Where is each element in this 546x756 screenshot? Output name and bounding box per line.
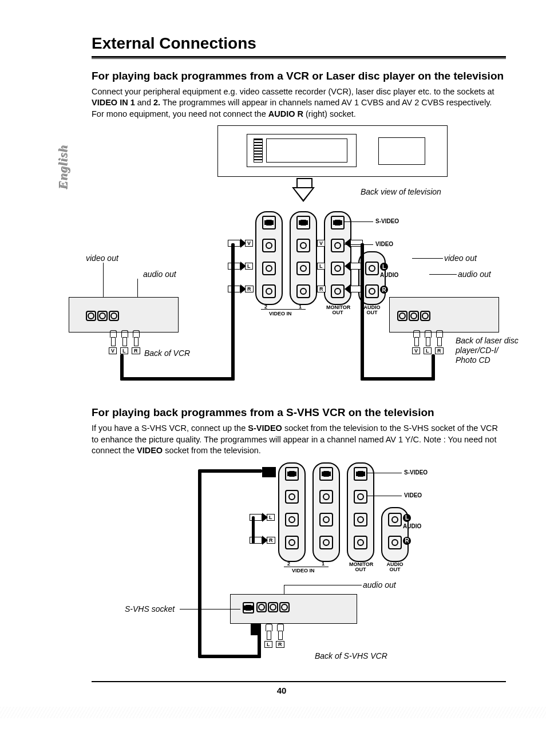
cable-l-v1 bbox=[120, 354, 124, 381]
d2-r1 bbox=[319, 536, 333, 549]
vcr-l: L bbox=[120, 347, 128, 354]
d2-lbl-monout: MONITOR OUT bbox=[349, 562, 372, 572]
plug-vmon bbox=[343, 240, 363, 248]
svhs-socket-label: S-VHS socket bbox=[125, 604, 175, 613]
back-vcr-label: Back of VCR bbox=[144, 349, 190, 358]
svhs-j2 bbox=[268, 602, 278, 612]
cable-r-v2 bbox=[361, 243, 364, 381]
video-label: VIDEO bbox=[375, 241, 393, 247]
bottom-rule bbox=[92, 681, 506, 682]
v-line bbox=[345, 244, 373, 245]
vcr-v: V bbox=[109, 347, 117, 354]
tag-l1: L bbox=[317, 263, 325, 270]
page-title: External Connections bbox=[57, 34, 506, 53]
audio-label: AUDIO bbox=[380, 272, 398, 278]
ld-v: V bbox=[412, 347, 420, 354]
vcr-plug-l bbox=[120, 330, 128, 346]
page: English External Connections For playing… bbox=[0, 0, 546, 718]
d2-v1 bbox=[319, 490, 333, 504]
tag-v1: V bbox=[317, 240, 325, 247]
d2-v2 bbox=[285, 490, 299, 504]
s1-t1: Connect your peripheral equipment e.g. v… bbox=[92, 87, 494, 96]
d2-svm bbox=[354, 467, 367, 481]
d2-l2 bbox=[285, 513, 299, 527]
d2-cable-h2 bbox=[198, 655, 261, 658]
arrow-down-icon bbox=[292, 187, 315, 202]
video-1-icon bbox=[296, 239, 310, 252]
d2-circ-r: R bbox=[403, 537, 411, 545]
lbl-videoin: VIDEO IN bbox=[269, 311, 292, 316]
svhs-r: R bbox=[276, 641, 284, 648]
vin-br bbox=[261, 309, 306, 310]
s1-b2: 2. bbox=[153, 98, 160, 107]
audioout-l-label: audio out bbox=[143, 270, 176, 279]
d2-rm bbox=[354, 536, 367, 549]
vl-line bbox=[103, 263, 104, 297]
lbl-monout: MONITOR OUT bbox=[326, 305, 349, 315]
side-tab-english: English bbox=[56, 144, 71, 189]
page-number: 40 bbox=[57, 686, 506, 695]
ld-r: R bbox=[435, 347, 444, 354]
audioL-1-icon bbox=[296, 262, 310, 275]
vcr-plug-r bbox=[132, 330, 140, 346]
d2-audioout-label: audio out bbox=[363, 580, 396, 589]
d2-ao-line bbox=[284, 585, 362, 585]
plug-lmon bbox=[343, 263, 363, 271]
svhs-j3 bbox=[279, 602, 290, 612]
d2-vline bbox=[367, 496, 402, 496]
section1-heading: For playing back programmes from a VCR o… bbox=[57, 69, 506, 83]
section2-paragraph: If you have a S-VHS VCR, connect up the … bbox=[57, 423, 506, 457]
d2-svline bbox=[367, 473, 402, 473]
section2-heading: For playing back programmes from a S-VHS… bbox=[57, 406, 506, 419]
svhs-j1 bbox=[256, 602, 267, 612]
plug-rmon bbox=[343, 286, 363, 294]
d2-lbl-1: 1 bbox=[322, 561, 325, 567]
ld-plug-v bbox=[412, 330, 420, 346]
ar-line bbox=[429, 274, 457, 275]
s2-t1: If you have a S-VHS VCR, connect up the bbox=[92, 423, 248, 433]
vcr-r: R bbox=[132, 347, 140, 354]
tv-back-label: Back view of television bbox=[361, 187, 441, 196]
d2-lbl-videoin: VIDEO IN bbox=[292, 568, 315, 573]
svideo-label: S-VIDEO bbox=[375, 218, 399, 224]
circ-l: L bbox=[380, 263, 388, 271]
tv-panel-2 bbox=[378, 137, 425, 165]
d2-vin-br bbox=[284, 567, 329, 567]
d2-cable-aud bbox=[252, 516, 255, 544]
s2-b1: S-VIDEO bbox=[248, 423, 282, 433]
d2-lo bbox=[388, 513, 402, 527]
s1-b1: VIDEO IN 1 bbox=[92, 98, 135, 107]
cable-l-v2 bbox=[231, 243, 235, 381]
audioL-mon-icon bbox=[331, 262, 345, 275]
vcr-j2 bbox=[97, 311, 108, 321]
d2-vm bbox=[354, 490, 367, 504]
tag-r1: R bbox=[317, 286, 326, 292]
diagram-vcr-laserdisc: Back view of television S-VIDEO V V VIDE… bbox=[92, 125, 506, 400]
d2-cable-v2 bbox=[258, 634, 261, 658]
s2-t2: socket from the television. bbox=[165, 446, 261, 455]
ld-j1 bbox=[397, 311, 407, 321]
d2-cable-h1 bbox=[198, 469, 262, 473]
audioL-2-icon bbox=[262, 262, 276, 275]
d2-l1 bbox=[319, 513, 333, 527]
d2-lbl-2: 2 bbox=[287, 561, 290, 567]
circ-r: R bbox=[380, 286, 388, 294]
s2-b2: VIDEO bbox=[137, 446, 163, 455]
svhs-plug-black bbox=[251, 624, 261, 635]
audioR-2-icon bbox=[262, 284, 276, 298]
d2-sv1 bbox=[319, 467, 333, 481]
vcr-j1 bbox=[86, 311, 96, 321]
cable-l-h bbox=[120, 377, 235, 381]
svideo-2-icon bbox=[262, 216, 276, 229]
svideo-mon-icon bbox=[331, 216, 345, 229]
vcr-j3 bbox=[109, 311, 119, 321]
audioout-r-label: audio out bbox=[458, 270, 491, 279]
d2-ao-v bbox=[284, 585, 284, 594]
d2-audio-label: AUDIO bbox=[403, 523, 421, 529]
tv-screen bbox=[266, 138, 347, 163]
title-rule bbox=[92, 56, 506, 59]
audioR-1-icon bbox=[296, 284, 310, 298]
svideo-1-icon bbox=[296, 216, 310, 229]
svhs-sock-line bbox=[180, 609, 240, 609]
s1-m1: and bbox=[137, 98, 153, 107]
